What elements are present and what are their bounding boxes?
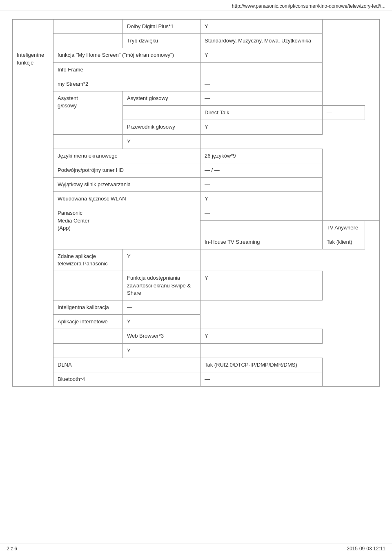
table-row: Funkcja udostępniania zawartości ekranu … — [13, 271, 380, 300]
value-cell: Tak (klient) — [322, 235, 365, 249]
cat-cell-inteligentne: Inteligentne funkcje — [13, 48, 53, 387]
sub-cell — [53, 34, 123, 48]
table-row: Aplikacje internetoweY — [13, 315, 380, 329]
detail-cell: Dolby Digital Plus*1 — [123, 20, 200, 34]
detail-cell: In-House TV Streaming — [200, 235, 323, 249]
detail-cell: Tryb dźwięku — [123, 34, 200, 48]
detail-cell: TV Anywhere — [322, 220, 365, 235]
sub-cell: Języki menu ekranowego — [53, 149, 200, 163]
cat-cell — [13, 20, 53, 48]
value-cell: — — [123, 300, 200, 314]
detail-cell: Funkcja udostępniania zawartości ekranu … — [123, 271, 200, 300]
spec-table: Dolby Digital Plus*1YTryb dźwiękuStandar… — [12, 19, 380, 387]
table-row: Wbudowana łączność WLANY — [13, 192, 380, 206]
value-cell: Y — [123, 249, 200, 271]
value-cell: Tak (RUI2.0/DTCP-IP/DMP/DMR/DMS) — [200, 358, 323, 372]
sub-cell: funkcja "My Home Screen" ("mój ekran dom… — [53, 48, 200, 62]
value-cell: Y — [200, 20, 323, 34]
sub-cell — [53, 271, 123, 300]
value-cell: — — [365, 220, 379, 235]
table-row: Dolby Digital Plus*1Y — [13, 20, 380, 34]
value-cell: Y — [200, 48, 323, 62]
detail-cell: Asystent głosowy — [123, 91, 200, 105]
main-content: Dolby Digital Plus*1YTryb dźwiękuStandar… — [0, 11, 392, 403]
value-cell: — — [200, 206, 323, 220]
table-row: my Stream*2— — [13, 77, 380, 91]
sub-cell: Asystent głosowy — [53, 91, 123, 134]
table-row: Inteligentne funkcjefunkcja "My Home Scr… — [13, 48, 380, 62]
value-cell: 26 języków*9 — [200, 149, 323, 163]
table-row: DLNATak (RUI2.0/DTCP-IP/DMP/DMR/DMS) — [13, 358, 380, 372]
value-cell: Y — [200, 120, 323, 134]
sub-cell: Panasonic Media Center (App) — [53, 206, 200, 249]
sub-cell: Bluetooth*4 — [53, 372, 200, 386]
sub-cell — [200, 220, 323, 235]
sub-cell: my Stream*2 — [53, 77, 200, 91]
detail-cell: Web Browser*3 — [123, 329, 200, 343]
detail-cell — [53, 134, 123, 149]
table-row: Info Frame— — [13, 62, 380, 77]
sub-cell: Wyjątkowy silnik przetwarzania — [53, 178, 200, 192]
value-cell: — — [200, 91, 323, 105]
table-row: Zdalne aplikacje telewizora PanasonicY — [13, 249, 380, 271]
table-row: Języki menu ekranowego26 języków*9 — [13, 149, 380, 163]
detail-cell: Przewodnik głosowy — [123, 120, 200, 134]
sub-cell: DLNA — [53, 358, 200, 372]
sub-cell: Info Frame — [53, 62, 200, 77]
sub-cell: Wbudowana łączność WLAN — [53, 192, 200, 206]
table-row: Web Browser*3Y — [13, 329, 380, 343]
table-row: Bluetooth*4— — [13, 372, 380, 386]
sub-cell — [123, 106, 200, 120]
footer-bar: 2 z 6 2015-09-03 12:11 — [0, 543, 392, 554]
page-number: 2 z 6 — [7, 546, 17, 552]
url-text: http://www.panasonic.com/pl/consumer/kin… — [232, 3, 385, 9]
detail-cell: Direct Talk — [200, 106, 323, 120]
value-cell: — — [322, 106, 365, 120]
sub-cell: Podwójny/potrójny tuner HD — [53, 163, 200, 177]
value-cell: — / — — [200, 163, 323, 177]
sub-cell — [53, 329, 123, 343]
value-cell: Y — [123, 343, 200, 358]
value-cell: Y — [200, 192, 323, 206]
detail-cell: Zdalne aplikacje telewizora Panasonic — [53, 249, 123, 271]
table-row: Inteligentna kalibracja— — [13, 300, 380, 314]
table-row: Panasonic Media Center (App)— — [13, 206, 380, 220]
value-cell: Y — [200, 271, 323, 300]
table-row: Podwójny/potrójny tuner HD— / — — [13, 163, 380, 177]
datetime: 2015-09-03 12:11 — [347, 546, 385, 552]
value-cell: Y — [123, 315, 200, 329]
table-row: Y — [13, 343, 380, 358]
value-cell: — — [200, 77, 323, 91]
table-row: Asystent głosowyAsystent głosowy— — [13, 91, 380, 105]
value-cell: Y — [200, 329, 323, 343]
detail-cell — [53, 343, 123, 358]
detail-cell: Inteligentna kalibracja — [53, 300, 123, 314]
value-cell: Y — [123, 134, 200, 149]
value-cell: — — [200, 62, 323, 77]
table-row: Y — [13, 134, 380, 149]
url-bar: http://www.panasonic.com/pl/consumer/kin… — [0, 0, 392, 11]
value-cell: — — [200, 372, 323, 386]
value-cell: Standardowy, Muzyczny, Mowa, Użytkownika — [200, 34, 323, 48]
sub-cell — [53, 20, 123, 34]
detail-cell: Aplikacje internetowe — [53, 315, 123, 329]
table-row: Tryb dźwiękuStandardowy, Muzyczny, Mowa,… — [13, 34, 380, 48]
table-row: Wyjątkowy silnik przetwarzania— — [13, 178, 380, 192]
value-cell: — — [200, 178, 323, 192]
